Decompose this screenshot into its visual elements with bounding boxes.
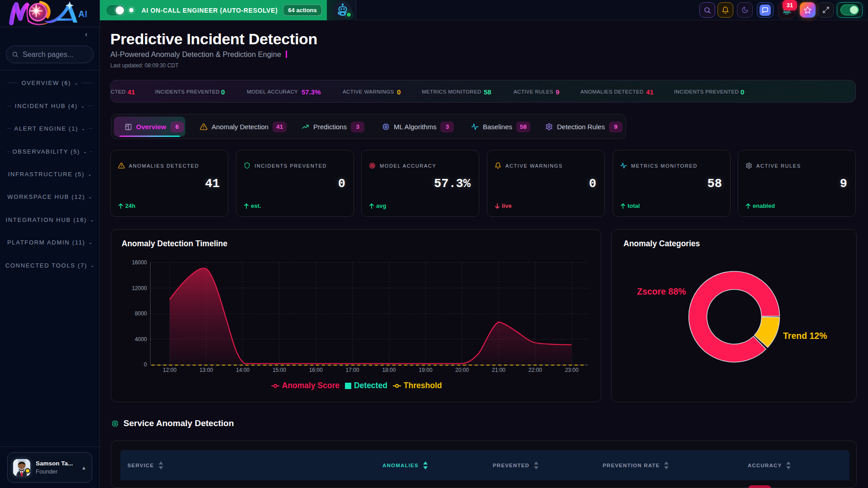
svg-text:17:00: 17:00	[346, 367, 359, 373]
svg-text:0: 0	[144, 361, 147, 368]
svg-text:21:00: 21:00	[492, 367, 505, 373]
svg-text:20:00: 20:00	[455, 367, 469, 373]
svg-text:22:00: 22:00	[528, 367, 542, 373]
svg-text:15:00: 15:00	[273, 367, 286, 373]
svg-text:23:00: 23:00	[565, 367, 579, 373]
svg-text:16:00: 16:00	[309, 367, 323, 373]
svg-text:12:00: 12:00	[163, 367, 176, 373]
svg-text:13:00: 13:00	[199, 367, 213, 373]
svg-text:Trend 12%: Trend 12%	[783, 331, 827, 341]
svg-text:AI: AI	[78, 9, 87, 19]
svg-text:4000: 4000	[135, 336, 147, 343]
svg-text:14:00: 14:00	[236, 367, 250, 373]
svg-text:Zscore 88%: Zscore 88%	[637, 286, 686, 296]
svg-text:12000: 12000	[132, 285, 147, 291]
svg-text:18:00: 18:00	[382, 367, 396, 373]
svg-text:8000: 8000	[135, 310, 147, 317]
svg-text:16000: 16000	[132, 259, 147, 266]
svg-text:19:00: 19:00	[419, 367, 432, 373]
